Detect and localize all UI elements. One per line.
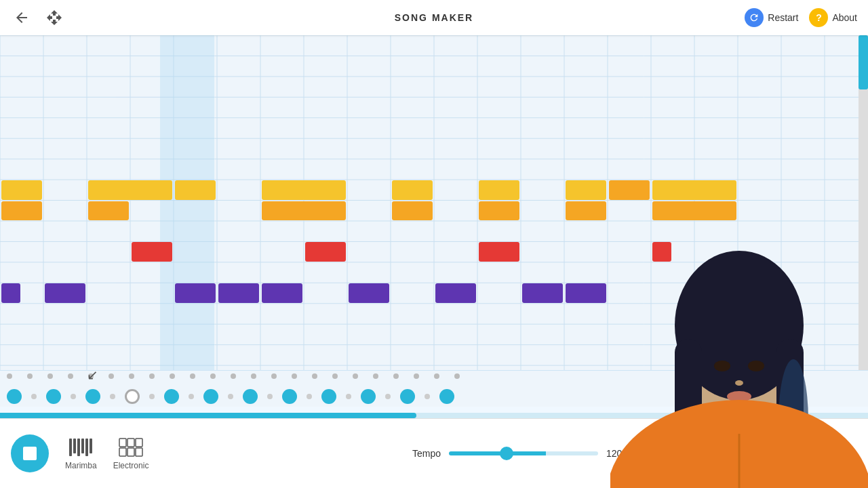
note[interactable] xyxy=(1,283,20,302)
drum-beat[interactable] xyxy=(110,394,115,399)
note[interactable] xyxy=(45,283,85,302)
play-stop-button[interactable] xyxy=(11,434,49,472)
note[interactable] xyxy=(435,283,476,302)
svg-rect-8 xyxy=(136,439,142,447)
drum-beat[interactable] xyxy=(203,389,218,404)
drum-dot-top[interactable] xyxy=(210,373,216,379)
note[interactable] xyxy=(479,242,519,261)
drum-dot-top[interactable] xyxy=(129,373,134,379)
tempo-label: Tempo xyxy=(412,448,441,459)
drum-dot-top[interactable] xyxy=(231,373,236,379)
note[interactable] xyxy=(566,180,606,199)
svg-point-19 xyxy=(714,361,730,371)
drum-dot-top[interactable] xyxy=(271,373,277,379)
note[interactable] xyxy=(1,180,42,199)
drum-beat[interactable] xyxy=(243,389,258,404)
drum-beat[interactable] xyxy=(425,394,430,399)
note[interactable] xyxy=(175,283,216,302)
drum-beat[interactable] xyxy=(189,394,194,399)
note[interactable] xyxy=(479,201,519,220)
svg-rect-7 xyxy=(127,439,134,447)
drum-dot-top[interactable] xyxy=(149,373,155,379)
drum-dot-top[interactable] xyxy=(68,373,73,379)
drum-dot-top[interactable] xyxy=(353,373,358,379)
note[interactable] xyxy=(88,180,172,199)
note[interactable] xyxy=(262,201,346,220)
drum-dot-top[interactable] xyxy=(414,373,419,379)
restart-label: Restart xyxy=(768,12,798,23)
back-button[interactable] xyxy=(11,7,33,28)
note[interactable] xyxy=(132,242,172,261)
drum-dot-top[interactable] xyxy=(312,373,317,379)
progress-bar-fill xyxy=(0,413,416,418)
drum-dot-top[interactable] xyxy=(454,373,460,379)
drum-beat[interactable] xyxy=(7,389,22,404)
note[interactable] xyxy=(1,201,42,220)
note[interactable] xyxy=(392,201,433,220)
drum-beat[interactable] xyxy=(31,394,37,399)
drum-dot-top[interactable] xyxy=(47,373,53,379)
drum-dot-top[interactable] xyxy=(292,373,297,379)
note[interactable] xyxy=(349,283,389,302)
drum-beat[interactable] xyxy=(439,389,454,404)
svg-rect-1 xyxy=(73,439,76,453)
note[interactable] xyxy=(479,180,519,199)
note[interactable] xyxy=(566,283,606,302)
drum-beat[interactable] xyxy=(307,394,312,399)
marimba-icon xyxy=(67,436,94,458)
drum-beat[interactable] xyxy=(164,389,179,404)
note[interactable] xyxy=(175,180,216,199)
electronic-button[interactable]: Electronic xyxy=(113,436,149,470)
note[interactable] xyxy=(305,242,346,261)
drum-dot-top[interactable] xyxy=(190,373,195,379)
note[interactable] xyxy=(218,283,259,302)
marimba-button[interactable]: Marimba xyxy=(65,436,97,470)
drum-dot-top[interactable] xyxy=(170,373,175,379)
drum-dot-top[interactable] xyxy=(27,373,33,379)
note[interactable] xyxy=(88,201,129,220)
drum-beat[interactable] xyxy=(321,389,336,404)
svg-point-21 xyxy=(735,380,743,386)
drum-beat[interactable] xyxy=(46,389,61,404)
drum-beat[interactable] xyxy=(361,389,376,404)
note[interactable] xyxy=(652,180,736,199)
drum-beat[interactable] xyxy=(149,394,155,399)
drum-dot-top[interactable] xyxy=(251,373,256,379)
drum-dot-top[interactable] xyxy=(393,373,399,379)
drum-beat[interactable] xyxy=(346,394,351,399)
drum-dot-top[interactable] xyxy=(332,373,338,379)
electronic-label: Electronic xyxy=(113,461,149,470)
note[interactable] xyxy=(262,180,346,199)
svg-rect-10 xyxy=(127,448,134,456)
drum-dot-top[interactable] xyxy=(373,373,378,379)
drum-dot-top[interactable] xyxy=(7,373,12,379)
stop-icon xyxy=(23,447,37,460)
drum-dot-top[interactable] xyxy=(434,373,439,379)
drum-dot-top[interactable] xyxy=(88,373,94,379)
about-button[interactable]: ? About xyxy=(809,8,857,27)
about-icon: ? xyxy=(809,8,828,27)
drum-beat[interactable] xyxy=(282,389,297,404)
drum-beat[interactable] xyxy=(400,389,415,404)
drum-beat[interactable] xyxy=(125,389,140,404)
drum-beat[interactable] xyxy=(267,394,273,399)
note[interactable] xyxy=(522,283,563,302)
note[interactable] xyxy=(262,283,302,302)
drum-beat[interactable] xyxy=(228,394,233,399)
note[interactable] xyxy=(609,180,650,199)
scrollbar-thumb[interactable] xyxy=(859,35,868,89)
restart-button[interactable]: Restart xyxy=(745,8,798,27)
move-button[interactable] xyxy=(43,7,65,28)
svg-rect-5 xyxy=(90,439,92,453)
drum-beat[interactable] xyxy=(85,389,100,404)
svg-rect-2 xyxy=(77,439,80,456)
marimba-label: Marimba xyxy=(65,461,97,470)
note[interactable] xyxy=(392,180,433,199)
note[interactable] xyxy=(566,201,606,220)
svg-rect-9 xyxy=(119,448,126,456)
tempo-slider[interactable] xyxy=(449,451,598,455)
drum-dot-top[interactable] xyxy=(108,373,114,379)
drum-beat[interactable] xyxy=(385,394,391,399)
about-label: About xyxy=(832,12,857,23)
drum-beat[interactable] xyxy=(71,394,76,399)
